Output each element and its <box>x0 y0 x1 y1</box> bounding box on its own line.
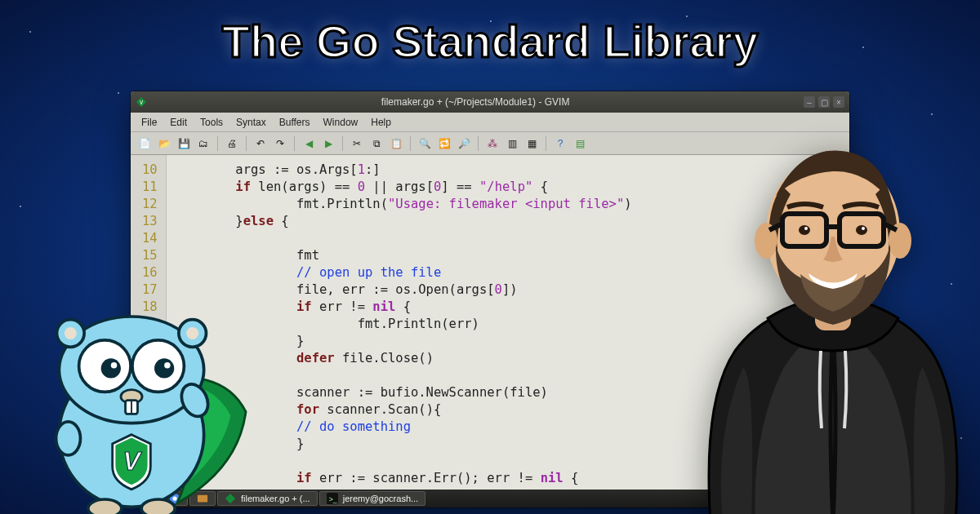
svg-point-40 <box>862 227 865 230</box>
menu-window[interactable]: Window <box>318 114 364 131</box>
code-line[interactable]: args := os.Args[1:] <box>175 162 632 179</box>
code-line[interactable] <box>175 230 632 247</box>
print-icon[interactable]: 🖨 <box>223 135 241 153</box>
new-icon[interactable]: 📄 <box>136 135 154 153</box>
svg-point-37 <box>799 225 810 235</box>
menu-file[interactable]: File <box>136 114 163 131</box>
toolbar-separator <box>246 136 247 151</box>
help-icon[interactable]: ? <box>551 135 569 153</box>
line-number: 10 <box>142 162 158 179</box>
replace-icon[interactable]: 🔁 <box>435 135 453 153</box>
terminal-icon: >_ <box>327 493 338 504</box>
findnext-icon[interactable]: 🔎 <box>455 135 473 153</box>
code-line[interactable]: // open up the file <box>175 264 632 281</box>
instructor-avatar <box>678 106 980 514</box>
svg-point-24 <box>56 422 81 455</box>
terminal-task[interactable]: >_jeremy@gocrash... <box>319 491 425 506</box>
code-line[interactable]: }else { <box>175 213 632 230</box>
svg-point-13 <box>65 327 77 339</box>
svg-text:>_: >_ <box>328 495 336 503</box>
task-label: jeremy@gocrash... <box>343 494 418 503</box>
save-icon[interactable]: 💾 <box>175 135 193 153</box>
line-number: 14 <box>142 230 158 247</box>
line-number: 16 <box>142 264 158 281</box>
line-number: 12 <box>142 196 158 213</box>
saveall-icon[interactable]: 🗂 <box>194 135 212 153</box>
back-icon[interactable]: ◀ <box>300 135 318 153</box>
svg-point-39 <box>804 227 808 230</box>
menu-syntax[interactable]: Syntax <box>230 114 272 131</box>
copy-icon[interactable]: ⧉ <box>368 135 385 153</box>
code-line[interactable]: if len(args) == 0 || args[0] == "/help" … <box>175 179 632 196</box>
menu-help[interactable]: Help <box>365 114 397 131</box>
svg-point-19 <box>111 362 117 368</box>
vim-icon: V <box>136 96 147 108</box>
toolbar-separator <box>546 136 546 151</box>
cut-icon[interactable]: ✂ <box>348 135 366 153</box>
svg-point-27 <box>141 499 175 514</box>
menu-buffers[interactable]: Buffers <box>274 114 316 131</box>
vim-shield-letter: V <box>122 446 142 476</box>
svg-point-18 <box>154 358 174 378</box>
svg-point-14 <box>186 327 198 339</box>
svg-point-38 <box>856 225 867 235</box>
svg-point-20 <box>164 362 170 368</box>
line-number: 13 <box>142 213 158 230</box>
paste-icon[interactable]: 📋 <box>387 135 405 153</box>
toolbar-separator <box>478 136 479 151</box>
svg-point-17 <box>101 358 121 378</box>
svg-point-26 <box>88 499 122 514</box>
toolbar-separator <box>342 136 343 151</box>
toolbar-separator <box>217 136 218 151</box>
line-number: 11 <box>142 179 158 196</box>
forward-icon[interactable]: ▶ <box>319 135 337 153</box>
open-icon[interactable]: 📂 <box>155 135 173 153</box>
line-number: 15 <box>142 247 158 264</box>
menu-edit[interactable]: Edit <box>164 114 193 131</box>
code-line[interactable]: fmt.Println("Usage: filemaker <input fil… <box>175 196 632 213</box>
tag-icon[interactable]: ▤ <box>571 135 589 153</box>
redo-icon[interactable]: ↷ <box>271 135 289 153</box>
code-line[interactable]: fmt <box>175 247 632 264</box>
gopher-mascot: V <box>29 294 257 514</box>
menu-tools[interactable]: Tools <box>194 114 229 131</box>
find-icon[interactable]: 🔍 <box>416 135 434 153</box>
settings-icon[interactable]: ⁂ <box>483 135 501 153</box>
toolbar-separator <box>294 136 295 151</box>
run-icon[interactable]: ▦ <box>523 135 541 153</box>
toolbar-separator <box>410 136 411 151</box>
undo-icon[interactable]: ↶ <box>252 135 270 153</box>
page-title: The Go Standard Library <box>222 15 759 68</box>
session-icon[interactable]: ▥ <box>503 135 521 153</box>
window-title: filemaker.go + (~/Projects/Module1) - GV… <box>381 96 570 108</box>
